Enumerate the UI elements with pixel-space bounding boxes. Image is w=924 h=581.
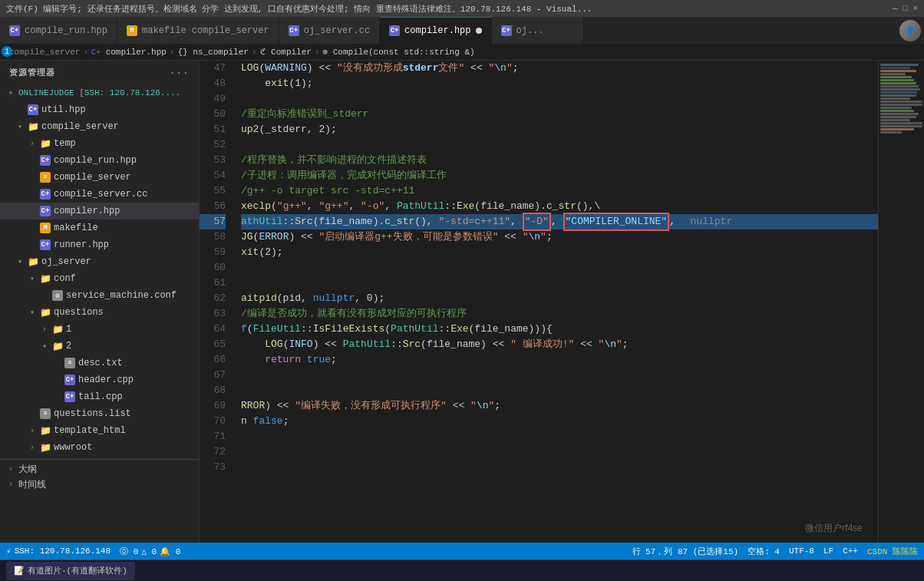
sidebar: 资源管理器 ··· ▾ ONLINEJUDGE [SSH: 120.78.126… [0, 61, 200, 543]
sidebar-label-compile-server: compile_server [41, 121, 199, 132]
sidebar-label-timeline: 时间线 [18, 478, 46, 491]
sidebar-item-service-conf[interactable]: ⚙ service_machine.conf [0, 287, 199, 304]
chevron-right-icon: › [28, 427, 37, 435]
sidebar-item-tail-cpp[interactable]: C+ tail.cpp [0, 388, 199, 405]
status-errors-text: ⓪ 0 [120, 546, 138, 557]
minimap[interactable] [878, 61, 924, 543]
sidebar-label-conf: conf [54, 273, 199, 284]
sidebar-label-questions: questions [54, 307, 199, 318]
status-ssh[interactable]: ⚡ SSH: 120.78.126.148 [6, 546, 111, 556]
sidebar-item-conf[interactable]: ▾ 📁 conf [0, 270, 199, 287]
avatar: 👤 [899, 20, 921, 41]
status-errors[interactable]: ⓪ 0 △ 0 🔔 0 [120, 546, 180, 557]
tab-label-oj-extra: oj... [516, 25, 544, 36]
folder-icon-oj: 📁 [28, 256, 38, 267]
sidebar-label-compiler-hpp: compiler.hpp [54, 206, 199, 216]
sidebar-item-questions-list[interactable]: ≡ questions.list [0, 405, 199, 422]
code-line-59: xit(2); [241, 245, 878, 260]
sidebar-item-desc-txt[interactable]: ≡ desc.txt [0, 355, 199, 371]
file-icon-compile-server: ≡ [40, 172, 51, 183]
chevron-right-icon: › [28, 444, 37, 452]
sidebar-item-runner-hpp[interactable]: C+ runner.hpp [0, 236, 199, 253]
status-encoding[interactable]: UTF-8 [789, 546, 814, 556]
sidebar-item-template-html[interactable]: › 📁 template_html [0, 422, 199, 439]
sidebar-item-2[interactable]: ▾ 📁 2 [0, 338, 199, 355]
sidebar-root[interactable]: ▾ ONLINEJUDGE [SSH: 120.78.126.... [0, 84, 199, 101]
status-platform: CSDN 陈陈陈 [867, 546, 918, 557]
sidebar-item-oj-server-folder[interactable]: ▾ 📁 oj_server [0, 253, 199, 270]
breadcrumb-part4[interactable]: ℭ Compiler [260, 47, 312, 57]
tab-label-makefile: makefile compile_server [142, 25, 269, 36]
sidebar-item-compiler-hpp[interactable]: C+ compiler.hpp [0, 203, 199, 220]
breadcrumb-part3[interactable]: {} ns_compiler [177, 48, 248, 57]
code-line-55: /g++ -o target src -std=c++11 [241, 183, 878, 199]
chevron-right-icon: › [6, 480, 15, 489]
sidebar-item-makefile[interactable]: M makefile [0, 220, 199, 236]
sidebar-label-makefile: makefile [54, 223, 199, 233]
sidebar-item-compile-run-hpp[interactable]: C+ compile_run.hpp [0, 152, 199, 169]
chevron-down-icon: ▾ [15, 122, 25, 131]
code-line-68 [241, 383, 878, 398]
sidebar-label-compile-server-file: compile_server [54, 172, 199, 183]
tab-compile-run[interactable]: C+ compile_run.hpp [0, 17, 117, 44]
code-line-67 [241, 368, 878, 383]
chevron-down-icon: ▾ [28, 308, 37, 317]
code-line-52 [241, 137, 878, 153]
folder-icon-temp: 📁 [40, 138, 51, 149]
tab-label-compile-run: compile_run.hpp [25, 25, 107, 36]
status-warnings-text: △ 0 [141, 546, 157, 556]
sidebar-item-temp[interactable]: › 📁 temp [0, 135, 199, 152]
code-line-49 [241, 91, 878, 107]
taskbar-app-1[interactable]: 📝 有道图片·(有道翻译软件) [6, 562, 135, 580]
folder-icon-questions: 📁 [40, 307, 51, 318]
tabbar: C+ compile_run.hpp M makefile compile_se… [0, 17, 924, 44]
status-eol[interactable]: LF [823, 546, 833, 556]
sidebar-header: 资源管理器 ··· [0, 61, 199, 84]
sidebar-item-compile-server-folder[interactable]: ▾ 📁 compile_server [0, 118, 199, 135]
folder-icon-template: 📁 [40, 425, 51, 436]
folder-icon-conf: 📁 [40, 273, 51, 284]
sidebar-item-timeline[interactable]: › 时间线 [0, 476, 199, 493]
breadcrumb-part1[interactable]: compile_server [9, 48, 80, 57]
breadcrumb-part2[interactable]: C+ compiler.hpp [91, 48, 167, 57]
taskbar-label-1: 有道图片·(有道翻译软件) [28, 565, 127, 576]
notification-badge: 1 [2, 46, 12, 57]
statusbar-right: 行 57，列 87 (已选择15) 空格: 4 UTF-8 LF C++ CSD… [632, 546, 918, 557]
tab-makefile[interactable]: M makefile compile_server [117, 17, 279, 44]
sidebar-item-util-hpp[interactable]: C+ util.hpp [0, 101, 199, 118]
window-controls[interactable]: — □ × [893, 4, 918, 13]
breadcrumb-part5[interactable]: ⊕ Compile(const std::string &) [323, 47, 475, 57]
code-line-72 [241, 444, 878, 460]
sidebar-item-outline[interactable]: › 大纲 [0, 459, 199, 476]
sidebar-item-compile-server-file[interactable]: ≡ compile_server [0, 169, 199, 186]
status-language[interactable]: C++ [843, 546, 858, 556]
sidebar-item-wwwroot[interactable]: › 📁 wwwroot [0, 439, 199, 456]
code-line-65: LOG(INFO) << PathUtil::Src(file_name) <<… [241, 337, 878, 352]
tab-oj-extra[interactable]: C+ oj... [492, 17, 584, 44]
sidebar-label-runner: runner.hpp [54, 239, 199, 250]
tab-icon-makefile: M [127, 25, 137, 36]
file-icon-desc: ≡ [64, 358, 75, 368]
status-line-col[interactable]: 行 57，列 87 (已选择15) [632, 546, 739, 557]
sidebar-label-wwwroot: wwwroot [54, 442, 199, 453]
chevron-right-icon: › [6, 465, 15, 474]
tab-oj-server[interactable]: C+ oj_server.cc [279, 17, 380, 44]
status-spaces[interactable]: 空格: 4 [747, 546, 780, 557]
sidebar-item-1[interactable]: › 📁 1 [0, 321, 199, 338]
tab-compiler-hpp[interactable]: C+ compiler.hpp [380, 17, 491, 44]
code-editor[interactable]: 47 48 49 50 51 52 53 54 55 56 57 58 59 6… [200, 61, 924, 543]
code-line-71 [241, 429, 878, 444]
file-icon-makefile: M [40, 223, 51, 233]
code-line-64: f(FileUtil::IsFileExists(PathUtil::Exe(f… [241, 322, 878, 337]
sidebar-label-util-hpp: util.hpp [41, 104, 199, 115]
code-lines[interactable]: LOG(WARNING) << "没有成功形成stderr文件" << "\n"… [232, 61, 878, 543]
sidebar-item-header-cpp[interactable]: C+ header.cpp [0, 371, 199, 388]
sidebar-label-compile-server-cc: compile_server.cc [54, 189, 199, 200]
sidebar-item-questions[interactable]: ▾ 📁 questions [0, 304, 199, 321]
taskbar: 📝 有道图片·(有道翻译软件) [0, 560, 924, 581]
sidebar-label-2: 2 [66, 341, 199, 352]
sidebar-item-compile-server-cc[interactable]: C+ compile_server.cc [0, 186, 199, 203]
code-line-73 [241, 460, 878, 475]
code-line-66: return true; [241, 352, 878, 368]
sidebar-more-button[interactable]: ··· [170, 68, 190, 78]
